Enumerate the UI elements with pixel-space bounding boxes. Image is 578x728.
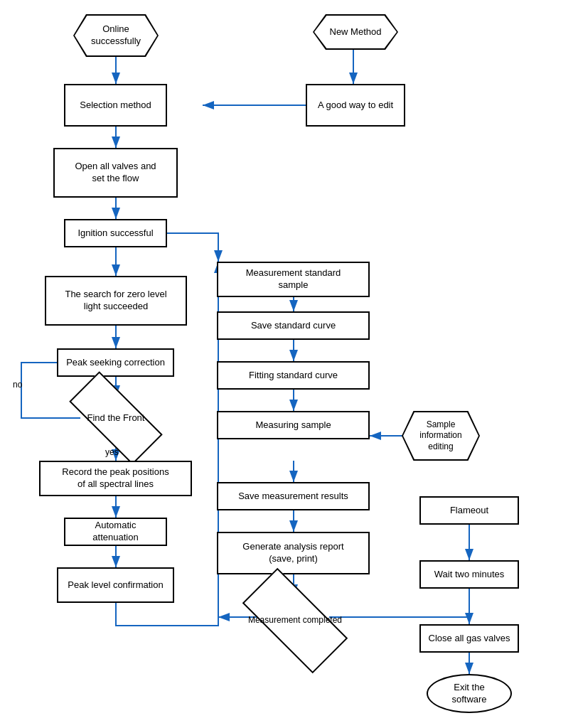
node-new-method: New Method <box>313 14 398 50</box>
node-open-valves: Open all valves and set the flow <box>53 148 178 198</box>
node-find-front: Find the Front <box>71 397 161 439</box>
node-zero-light: The search for zero level light succeede… <box>45 276 187 326</box>
node-peak-confirm: Peak level confirmation <box>57 567 174 603</box>
node-close-valves: Close all gas valves <box>419 624 519 653</box>
node-ignition: Ignition successful <box>64 219 167 247</box>
node-save-results: Save measurement results <box>217 482 370 510</box>
node-fitting-curve: Fitting standard curve <box>217 361 370 390</box>
node-measuring-sample: Measuring sample <box>217 411 370 439</box>
node-peak-seeking: Peak seeking correction <box>57 348 174 377</box>
node-record-peak: Record the peak positions of all spectra… <box>39 461 192 496</box>
node-online: Online successfully <box>73 14 159 57</box>
no-label: no <box>13 380 23 390</box>
node-auto-atten: Automatic attenuation <box>64 518 167 546</box>
node-sample-info: Sample information editing <box>402 411 480 461</box>
node-generate-report: Generate analysis report (save, print) <box>217 532 370 574</box>
node-exit-software: Exit the software <box>427 674 512 713</box>
flowchart: no yes Online successfully New Method Se… <box>0 0 578 728</box>
node-wait-two: Wait two minutes <box>419 560 519 589</box>
node-measure-std: Measurement standard sample <box>217 262 370 297</box>
node-save-curve: Save standard curve <box>217 311 370 340</box>
node-good-way: A good way to edit <box>306 84 405 127</box>
node-flameout: Flameout <box>419 496 519 525</box>
node-measurement-completed: Measurement completed <box>245 596 345 646</box>
node-selection-method: Selection method <box>64 84 167 127</box>
